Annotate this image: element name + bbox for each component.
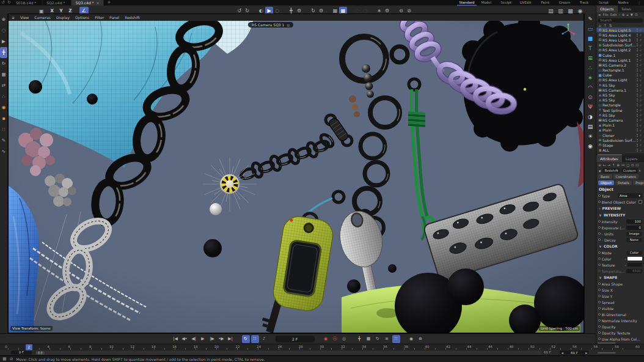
subdivision-surface-icon[interactable]: ⊞	[585, 54, 595, 63]
expand-chevron-icon[interactable]: ›	[625, 257, 626, 261]
attribute-tab[interactable]: Details	[615, 180, 632, 185]
sound-toggle[interactable]: ♪	[260, 335, 268, 343]
attribute-tab[interactable]: Project	[633, 180, 644, 185]
keyframe-dot[interactable]	[598, 331, 601, 334]
pen-icon[interactable]: ✎	[0, 135, 7, 146]
history-back-icon[interactable]: ↺	[0, 0, 6, 6]
object-row[interactable]: ■ Cube.1 ✓	[596, 53, 644, 57]
document-tab[interactable]: SQ3.c4d *×	[71, 0, 103, 6]
expand-chevron-icon[interactable]: ›	[602, 232, 603, 236]
enable-check[interactable]: ✓	[639, 58, 643, 62]
panel-menu-icon[interactable]: ≡	[598, 13, 601, 17]
layout-tab[interactable]: Standard	[457, 0, 477, 6]
next-key-button[interactable]: •▶	[218, 335, 225, 343]
object-row[interactable]: ⊡ RS Area Light.3 ✓	[596, 37, 644, 42]
enable-check[interactable]: ✓	[639, 138, 643, 142]
edit-menu[interactable]: Edit	[610, 13, 617, 17]
object-row[interactable]: ≣ ALL ✓	[596, 148, 644, 153]
object-row[interactable]: ≡ Plain ✓	[596, 128, 644, 133]
keyframe-dot[interactable]	[598, 226, 601, 229]
hierarchy-icon[interactable]: ⇅	[609, 23, 612, 28]
section-intensity[interactable]: ∨INTENSITY	[596, 212, 644, 218]
keyframe-dot[interactable]	[598, 232, 601, 235]
viewport-menu-item[interactable]: View	[20, 15, 29, 20]
layout-tab[interactable]: Script	[594, 0, 613, 6]
prev-key-button[interactable]: ◀•	[181, 335, 189, 343]
expand-chevron-icon[interactable]: ›	[602, 238, 603, 242]
enable-check[interactable]: ✓	[639, 63, 643, 67]
keyframe-dot[interactable]	[598, 313, 601, 316]
intensity-field[interactable]: 100	[626, 220, 642, 224]
search-icon[interactable]: ⊕	[617, 163, 620, 167]
key-scale-toggle[interactable]: ▦	[365, 335, 373, 343]
volume-icon[interactable]: ◑	[585, 113, 595, 122]
object-row[interactable]: ⊡ RS Area Light.5 ✓	[596, 28, 644, 32]
object-row[interactable]: ∩ RS Sky ✓	[596, 113, 644, 117]
edge-mode-icon[interactable]: ▪	[0, 113, 7, 124]
range-end-field[interactable]: ◂ 60 F ▸	[560, 350, 589, 355]
keyframe-dot[interactable]	[598, 307, 601, 309]
object-row[interactable]: ⊡ RS Area Light ✓	[596, 78, 644, 83]
decay-button[interactable]: None	[626, 238, 642, 242]
enable-check[interactable]: ✓	[639, 38, 643, 42]
motion-add-button[interactable]: ⊕	[417, 335, 425, 343]
enable-check[interactable]: ✓	[639, 83, 643, 87]
dropdown-arrow-icon[interactable]: ▾	[639, 169, 641, 172]
point-mode-icon[interactable]: ◉	[0, 102, 7, 113]
cube-primitive-icon[interactable]: ■	[585, 34, 595, 43]
enable-check[interactable]: ✓	[639, 94, 643, 97]
object-row[interactable]: ▭ Rectangle ✓	[596, 103, 644, 108]
range-start-field[interactable]: 0 F	[11, 350, 32, 355]
play-button[interactable]: ▶	[199, 335, 207, 343]
search-icon[interactable]: ⊕	[0, 14, 7, 25]
exposure-field[interactable]: 0	[626, 226, 642, 230]
attr-row[interactable]: Use Alpha from Color Texture	[596, 336, 644, 342]
move-tool-icon[interactable]: ╋	[0, 47, 7, 58]
enable-check[interactable]: ✓	[639, 143, 643, 147]
object-row[interactable]: ⊡ RS Area Light.2 ✓	[596, 48, 644, 53]
viewport-menu-item[interactable]: Cameras	[34, 15, 51, 20]
motion-clip-button[interactable]: ◉	[408, 335, 415, 343]
layout-tab[interactable]: Track	[574, 0, 594, 6]
keyframe-dot[interactable]	[598, 220, 601, 223]
attr-row[interactable]: Bi-Directional	[596, 311, 644, 317]
keyframe-dot[interactable]	[598, 283, 601, 285]
bend-deformer-icon[interactable]: ◠	[585, 83, 595, 92]
matrix-icon[interactable]: ∗	[585, 73, 595, 83]
range-bar[interactable]: 0 F	[35, 351, 541, 355]
popout-icon[interactable]: ⊡	[635, 163, 639, 167]
enable-check[interactable]: ✓	[639, 48, 643, 52]
object-row[interactable]: ■ Cube ✓	[596, 73, 644, 78]
key-snap-toggle[interactable]: ∷	[251, 335, 259, 343]
attribute-tab[interactable]: Object	[598, 180, 614, 185]
type-dropdown[interactable]: Area▾	[618, 193, 642, 198]
section-shape[interactable]: ∨SHAPE	[596, 274, 644, 281]
snap-icon[interactable]: ∴	[0, 91, 7, 102]
custom-dropdown[interactable]: Custom	[621, 168, 638, 173]
enable-check[interactable]: ✓	[639, 103, 643, 107]
text-spline-icon[interactable]: T	[585, 44, 595, 53]
panel-tab[interactable]: Layers	[622, 155, 642, 162]
attr-row[interactable]: Visible	[596, 305, 644, 311]
character-joint-icon[interactable]: Ψ	[585, 103, 595, 112]
spline-pen-icon[interactable]: ✎	[585, 15, 595, 24]
playhead[interactable]: 2	[26, 344, 32, 350]
selection-cursor-icon[interactable]: ▶	[0, 36, 7, 47]
attribute-tab[interactable]: Coordinates	[613, 174, 639, 179]
section-preview[interactable]: ›PREVIEW	[596, 205, 644, 212]
live-selection-icon[interactable]: ◌	[0, 25, 7, 36]
stepper-left-icon[interactable]: ◂	[562, 351, 563, 355]
panel-tab[interactable]: Attributes	[596, 155, 622, 162]
object-row[interactable]: ▤ RS Camera ✓	[596, 117, 644, 122]
viewport-menu-item[interactable]: Options	[75, 15, 89, 20]
viewport-scene[interactable]	[9, 21, 584, 333]
go-to-end-button[interactable]: ▶|	[227, 335, 235, 343]
section-color[interactable]: ∨COLOR	[596, 243, 644, 249]
object-row[interactable]: ∩ RS Sky ✓	[596, 92, 644, 97]
enable-check[interactable]: ✓	[639, 33, 643, 37]
cloner-icon[interactable]: ∴	[585, 64, 595, 73]
grid-menu-icon[interactable]: ▦	[2, 356, 7, 361]
color-swatch[interactable]	[628, 257, 642, 260]
object-row[interactable]: ⊞ Subdivision Surface.1 ✓	[596, 43, 644, 48]
light-icon[interactable]: ☀	[585, 132, 595, 141]
